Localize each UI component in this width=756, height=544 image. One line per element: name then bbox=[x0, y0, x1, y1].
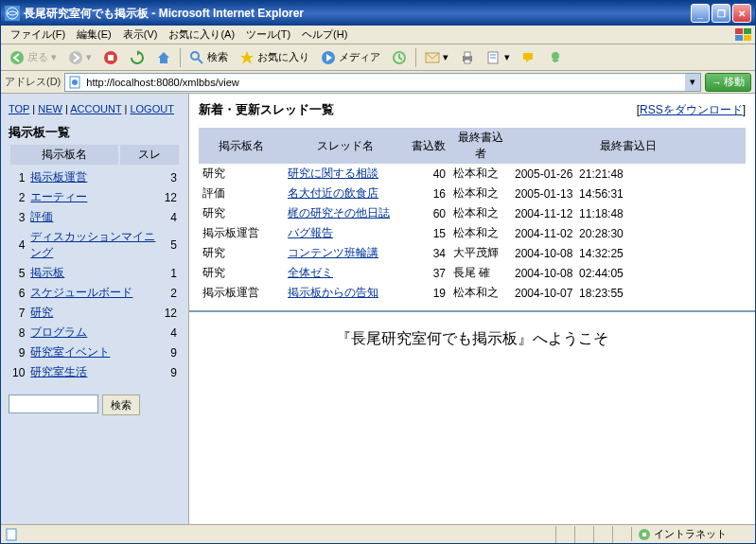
search-label: 検索 bbox=[207, 50, 228, 64]
close-button[interactable]: ✕ bbox=[732, 4, 751, 23]
thread-link[interactable]: 名大付近の飲食店 bbox=[288, 186, 378, 200]
home-button[interactable] bbox=[151, 47, 176, 68]
back-icon bbox=[9, 50, 25, 65]
menu-help[interactable]: ヘルプ(H) bbox=[296, 26, 353, 44]
col-posts: 書込数 bbox=[407, 128, 449, 164]
mail-icon bbox=[425, 50, 440, 65]
board-link[interactable]: エーティー bbox=[30, 190, 87, 203]
thread-link[interactable]: 梶の研究その他日誌 bbox=[288, 206, 390, 219]
sidebar: TOP | NEW | ACCOUNT | LOGOUT 掲示板一覧 掲示板名ス… bbox=[1, 94, 188, 524]
window-title: 長尾研究室何でも掲示板 - Microsoft Internet Explore… bbox=[24, 6, 691, 22]
back-button[interactable]: 戻る ▾ bbox=[5, 47, 62, 68]
thread-link[interactable]: バグ報告 bbox=[288, 226, 333, 239]
forward-icon bbox=[68, 50, 83, 65]
board-link[interactable]: プログラム bbox=[30, 325, 87, 339]
statusbar: イントラネット bbox=[1, 524, 755, 543]
board-link[interactable]: スケジュールボード bbox=[30, 286, 132, 299]
menu-tools[interactable]: ツール(T) bbox=[240, 26, 296, 44]
page-icon bbox=[67, 75, 82, 90]
page-icon bbox=[5, 528, 18, 541]
address-input[interactable] bbox=[84, 77, 685, 88]
list-item: 4ディスカッションマイニング5 bbox=[10, 228, 179, 262]
col-lastposter: 最終書込者 bbox=[449, 128, 511, 164]
main-heading: 新着・更新スレッド一覧 bbox=[199, 101, 334, 118]
rss-link[interactable]: RSSをダウンロード bbox=[640, 103, 743, 116]
thread-link[interactable]: 掲示板からの告知 bbox=[288, 286, 378, 299]
table-row: 評価名大付近の飲食店16松本和之2005-01-13 14:56:31 bbox=[199, 184, 746, 203]
menu-edit[interactable]: 編集(E) bbox=[71, 26, 117, 44]
svg-rect-26 bbox=[642, 533, 646, 536]
media-button[interactable]: メディア bbox=[316, 47, 385, 68]
board-link[interactable]: 掲示板運営 bbox=[30, 170, 87, 184]
search-input[interactable] bbox=[9, 395, 98, 413]
address-dropdown[interactable]: ▾ bbox=[685, 74, 700, 91]
favorites-button[interactable]: お気に入り bbox=[235, 47, 314, 68]
table-row: 研究全体ゼミ37長尾 確2004-10-08 02:44:05 bbox=[199, 263, 746, 283]
go-icon: → bbox=[712, 77, 722, 88]
chevron-down-icon: ▾ bbox=[86, 51, 92, 63]
board-link[interactable]: 研究室生活 bbox=[30, 365, 87, 378]
list-item: 5掲示板1 bbox=[10, 264, 179, 282]
chevron-down-icon: ▾ bbox=[51, 51, 57, 63]
svg-rect-20 bbox=[523, 53, 533, 60]
board-link[interactable]: 評価 bbox=[30, 210, 53, 223]
back-label: 戻る bbox=[27, 50, 48, 64]
messenger-button[interactable] bbox=[543, 47, 568, 68]
table-row: 掲示板運営掲示板からの告知19松本和之2004-10-07 18:23:55 bbox=[199, 283, 746, 303]
svg-point-23 bbox=[72, 79, 78, 85]
stop-icon bbox=[103, 50, 118, 65]
col-board: 掲示板名 bbox=[199, 128, 284, 164]
minimize-button[interactable]: _ bbox=[691, 4, 710, 23]
zone-icon bbox=[638, 528, 651, 541]
search-button[interactable]: 検索 bbox=[185, 47, 233, 68]
svg-point-9 bbox=[191, 52, 199, 60]
col-thread-count: スレ bbox=[120, 145, 179, 165]
board-link[interactable]: 研究 bbox=[30, 306, 53, 319]
discuss-icon bbox=[521, 50, 536, 65]
svg-rect-1 bbox=[735, 28, 743, 34]
board-link[interactable]: ディスカッションマイニング bbox=[30, 230, 155, 259]
print-button[interactable] bbox=[455, 47, 480, 68]
nav-new[interactable]: NEW bbox=[38, 103, 62, 114]
stop-button[interactable] bbox=[98, 47, 123, 68]
welcome-pane: 『長尾研究室何でも掲示板』へようこそ bbox=[189, 310, 755, 524]
edit-button[interactable]: ▾ bbox=[482, 47, 515, 68]
address-label: アドレス(D) bbox=[5, 75, 61, 89]
list-item: 7研究12 bbox=[10, 304, 179, 322]
svg-rect-8 bbox=[108, 55, 114, 61]
home-icon bbox=[156, 50, 171, 65]
svg-rect-15 bbox=[465, 52, 470, 57]
board-list: 掲示板名スレ bbox=[9, 143, 181, 167]
history-icon bbox=[392, 50, 407, 65]
nav-logout[interactable]: LOGOUT bbox=[130, 103, 173, 114]
menu-favorites[interactable]: お気に入り(A) bbox=[163, 26, 240, 44]
search-button[interactable]: 検索 bbox=[102, 395, 140, 415]
board-link[interactable]: 研究室イベント bbox=[30, 345, 110, 359]
board-link[interactable]: 掲示板 bbox=[30, 266, 64, 279]
go-button[interactable]: → 移動 bbox=[705, 73, 751, 92]
menu-view[interactable]: 表示(V) bbox=[117, 26, 164, 44]
refresh-button[interactable] bbox=[125, 47, 149, 68]
svg-line-10 bbox=[198, 59, 202, 63]
mail-button[interactable]: ▾ bbox=[420, 47, 453, 68]
history-button[interactable] bbox=[387, 47, 412, 68]
thread-link[interactable]: 全体ゼミ bbox=[288, 266, 333, 279]
titlebar: 長尾研究室何でも掲示板 - Microsoft Internet Explore… bbox=[1, 1, 755, 26]
address-field[interactable]: ▾ bbox=[64, 73, 701, 92]
discuss-button[interactable] bbox=[517, 47, 541, 68]
table-row: 掲示板運営バグ報告15松本和之2004-11-02 20:28:30 bbox=[199, 223, 746, 243]
thread-link[interactable]: 研究に関する相談 bbox=[288, 167, 378, 180]
thread-link[interactable]: コンテンツ班輪講 bbox=[288, 246, 378, 259]
menu-file[interactable]: ファイル(F) bbox=[5, 26, 71, 44]
welcome-text: 『長尾研究室何でも掲示板』へようこそ bbox=[336, 329, 608, 349]
refresh-icon bbox=[130, 50, 145, 65]
svg-rect-3 bbox=[735, 35, 743, 41]
windows-logo-icon bbox=[734, 26, 753, 44]
nav-top[interactable]: TOP bbox=[9, 103, 29, 114]
forward-button[interactable]: ▾ bbox=[63, 47, 97, 68]
nav-account[interactable]: ACCOUNT bbox=[70, 103, 121, 114]
chevron-down-icon: ▾ bbox=[443, 51, 448, 63]
sidebar-heading: 掲示板一覧 bbox=[9, 124, 181, 141]
media-icon bbox=[321, 50, 336, 65]
maximize-button[interactable]: ❐ bbox=[712, 4, 730, 23]
